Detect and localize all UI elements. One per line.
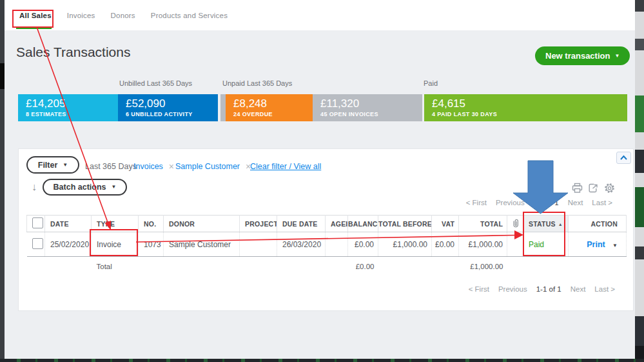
money-tile-paid[interactable]: £4,615 4 PAID LAST 30 DAYS xyxy=(424,94,627,121)
pagination-range: 1-1 of 1 xyxy=(536,285,561,293)
cell-donor: Sample Customer xyxy=(164,232,240,257)
cell-total: £1,000.00 xyxy=(459,232,507,257)
money-group-label-paid: Paid xyxy=(424,79,438,87)
print-button[interactable]: Print xyxy=(587,240,605,249)
table-row: 25/02/2020 Invoice 1073 Sample Customer … xyxy=(27,232,627,257)
status-paid-label: Paid xyxy=(529,240,544,249)
background-window-left-strip xyxy=(0,0,5,362)
filter-chip-sample-customer: Sample Customer × xyxy=(175,162,251,171)
money-tile-estimates[interactable]: £14,205 8 ESTIMATES xyxy=(18,94,118,121)
column-header-total[interactable]: TOTAL xyxy=(459,216,507,232)
collapse-panel-button[interactable] xyxy=(616,152,631,164)
pagination-previous[interactable]: Previous xyxy=(498,285,527,293)
cell-attachment xyxy=(507,232,523,257)
cell-project xyxy=(240,232,277,257)
column-header-action[interactable]: ACTION xyxy=(569,216,627,232)
background-window-right-strip xyxy=(635,0,644,362)
chevron-down-icon: ▼ xyxy=(63,163,68,168)
cell-due-date: 26/03/2020 xyxy=(277,232,326,257)
tile-caption: 6 UNBILLED ACTIVITY xyxy=(126,110,218,118)
table-toolbar-icons xyxy=(572,183,615,194)
cell-status: Paid xyxy=(523,232,569,257)
export-icon[interactable] xyxy=(588,183,599,194)
pagination-last[interactable]: Last > xyxy=(592,199,612,206)
filter-label: Filter xyxy=(38,161,58,170)
tile-amount: £4,615 xyxy=(432,97,627,110)
sales-transactions-table: DATE TYPE NO. DONOR PROJECT DUE DATE AGE… xyxy=(26,215,627,276)
cell-total-before: £1,000.00 xyxy=(378,232,432,257)
pagination-next[interactable]: Next xyxy=(568,199,583,206)
cell-balance: £0.00 xyxy=(348,232,378,257)
gear-icon[interactable] xyxy=(604,183,615,194)
tab-products-services[interactable]: Products and Services xyxy=(151,12,228,19)
tab-all-sales[interactable]: All Sales xyxy=(19,12,52,19)
remove-chip-icon[interactable]: × xyxy=(169,162,174,171)
scroll-down-icon[interactable]: ↓ xyxy=(32,181,37,193)
row-checkbox[interactable] xyxy=(32,238,43,249)
new-transaction-button[interactable]: New transaction ▼ xyxy=(535,46,630,65)
filter-chip-invoices: Invoices × xyxy=(133,162,174,171)
cell-action: Print ▼ xyxy=(569,232,627,257)
cell-date: 25/02/2020 xyxy=(45,232,92,257)
printer-icon[interactable] xyxy=(572,183,583,194)
cell-no: 1073 xyxy=(139,232,164,257)
select-all-checkbox[interactable] xyxy=(32,217,43,228)
pagination-last[interactable]: Last > xyxy=(594,285,615,293)
money-tile-open-invoices[interactable]: £11,320 45 OPEN INVOICES xyxy=(313,94,422,121)
pagination-previous[interactable]: Previous xyxy=(496,199,525,206)
pagination-top: < First Previous 1-1 of 1 Next Last > xyxy=(466,199,612,206)
table-header-row: DATE TYPE NO. DONOR PROJECT DUE DATE AGE… xyxy=(27,216,627,232)
total-balance: £0.00 xyxy=(348,257,378,276)
money-tile-unbilled-activity[interactable]: £52,090 6 UNBILLED ACTIVITY xyxy=(118,94,218,121)
column-header-due-date[interactable]: DUE DATE xyxy=(277,216,326,232)
column-header-donor[interactable]: DONOR xyxy=(164,216,240,232)
money-group-edge xyxy=(220,94,226,121)
tile-amount: £14,205 xyxy=(26,97,118,110)
tile-caption: 24 OVERDUE xyxy=(233,110,313,118)
tab-donors[interactable]: Donors xyxy=(111,12,135,19)
tile-caption: 4 PAID LAST 30 DAYS xyxy=(432,110,627,118)
tile-amount: £8,248 xyxy=(233,97,313,110)
column-header-attachment[interactable] xyxy=(507,216,523,232)
total-amount: £1,000.00 xyxy=(459,257,507,276)
column-header-date[interactable]: DATE xyxy=(45,216,92,232)
money-tile-overdue[interactable]: £8,248 24 OVERDUE xyxy=(226,94,313,121)
cell-vat: £0.00 xyxy=(432,232,459,257)
pagination-first[interactable]: < First xyxy=(469,285,489,293)
tile-caption: 45 OPEN INVOICES xyxy=(320,110,422,118)
clear-filter-link[interactable]: Clear filter / View all xyxy=(250,162,321,171)
transactions-card: Filter ▼ Last 365 Days Invoices × Sample… xyxy=(18,148,634,311)
screenshot-root: { "tabs": [ {"label": "All Sales"}, {"la… xyxy=(0,0,644,362)
column-header-vat[interactable]: VAT xyxy=(432,216,459,232)
column-header-no[interactable]: NO. xyxy=(139,216,164,232)
new-transaction-label: New transaction xyxy=(545,51,610,61)
chevron-up-icon xyxy=(620,155,628,161)
pagination-next[interactable]: Next xyxy=(571,285,586,293)
chip-label[interactable]: Invoices xyxy=(133,162,163,171)
chevron-down-icon: ▼ xyxy=(112,185,117,190)
column-header-ageing[interactable]: AGEING xyxy=(326,216,348,232)
background-window-bottom-strip xyxy=(0,359,644,362)
column-header-project[interactable]: PROJECT xyxy=(240,216,277,232)
sales-transactions-page: Sales Transactions New transaction ▼ Unb… xyxy=(5,30,635,362)
batch-actions-label: Batch actions xyxy=(54,183,106,192)
column-header-balance[interactable]: BALANCE xyxy=(348,216,378,232)
quickbooks-sales-window: All Sales Invoices Donors Products and S… xyxy=(5,0,635,362)
column-header-type[interactable]: TYPE xyxy=(92,216,139,232)
filter-button[interactable]: Filter ▼ xyxy=(26,156,79,174)
column-header-status[interactable]: STATUS▲ xyxy=(523,216,569,232)
sort-ascending-icon: ▲ xyxy=(558,222,563,226)
pagination-bottom: < First Previous 1-1 of 1 Next Last > xyxy=(469,285,615,293)
cell-type: Invoice xyxy=(92,232,139,257)
money-bar: £14,205 8 ESTIMATES £52,090 6 UNBILLED A… xyxy=(18,94,627,121)
column-header-total-before[interactable]: TOTAL BEFORE xyxy=(378,216,432,232)
tile-amount: £52,090 xyxy=(126,97,218,110)
pagination-first[interactable]: < First xyxy=(466,199,487,206)
total-label: Total xyxy=(92,257,139,276)
chip-label[interactable]: Sample Customer xyxy=(175,162,240,171)
paperclip-icon xyxy=(512,219,520,228)
tab-invoices[interactable]: Invoices xyxy=(67,12,95,19)
chevron-down-icon[interactable]: ▼ xyxy=(612,243,618,248)
money-group-label-unbilled: Unbilled Last 365 Days xyxy=(119,79,192,87)
batch-actions-button[interactable]: Batch actions ▼ xyxy=(43,179,127,196)
